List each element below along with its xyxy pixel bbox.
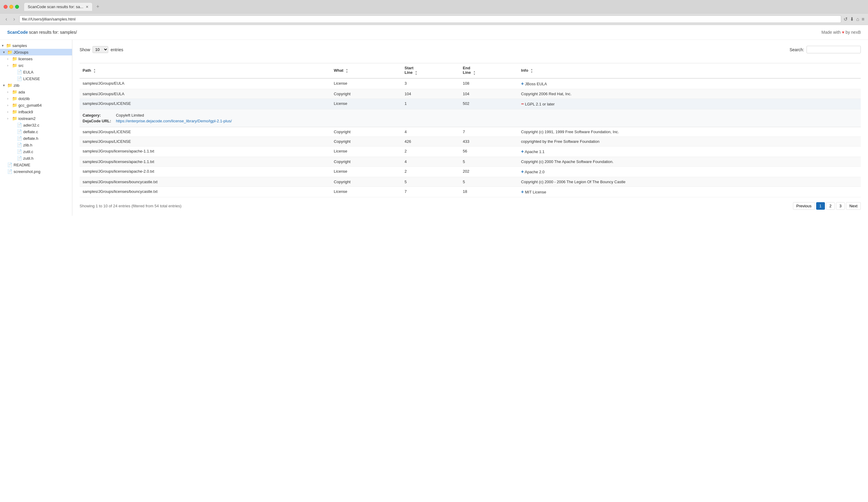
sort-arrows-what: ▲▼ — [346, 68, 348, 74]
category-label: Category: — [83, 113, 111, 117]
cell-path: samples/JGroups/licenses/apache-2.0.txt — [80, 167, 331, 177]
sidebar-item-samples[interactable]: ▼ 📁 samples — [0, 42, 72, 49]
file-icon: 📄 — [17, 156, 22, 160]
file-icon: 📄 — [17, 76, 22, 81]
minimize-button[interactable] — [9, 5, 13, 9]
folder-icon: 📁 — [12, 96, 17, 101]
close-button[interactable] — [3, 5, 8, 9]
cell-path: samples/JGroups/LICENSE — [80, 137, 331, 146]
page-3-button[interactable]: 3 — [836, 202, 845, 210]
cell-what: Copyright — [331, 157, 402, 167]
cell-what: License — [331, 99, 402, 109]
col-end-line[interactable]: EndLine ▲▼ — [460, 63, 518, 79]
browser-tab[interactable]: ScanCode scan results for: sa... ✕ — [24, 2, 93, 11]
tree-label: gcc_gvmat64 — [18, 103, 42, 107]
sidebar-item-deflatec[interactable]: 📄 deflate.c — [0, 128, 72, 135]
menu-icon[interactable]: ≡ — [862, 17, 865, 22]
collapse-button[interactable]: − — [521, 101, 524, 106]
tree-label: README — [13, 163, 30, 167]
tab-close-button[interactable]: ✕ — [85, 5, 89, 9]
table-row: samples/JGroups/licenses/apache-2.0.txt … — [80, 167, 861, 177]
sidebar-item-zlibh[interactable]: 📄 zlib.h — [0, 142, 72, 148]
forward-button[interactable]: › — [11, 15, 17, 23]
sidebar-item-jgroups[interactable]: ▼ 📁 JGroups — [0, 49, 72, 55]
cell-info: + Apache 1.1 — [518, 146, 861, 157]
expand-button[interactable]: + — [521, 149, 524, 154]
page-1-button[interactable]: 1 — [816, 202, 825, 210]
folder-icon: 📁 — [12, 90, 17, 94]
folder-icon: 📁 — [6, 43, 11, 48]
folder-icon: 📁 — [12, 116, 17, 121]
folder-icon: 📁 — [12, 109, 17, 114]
sidebar-item-zlib[interactable]: ▼ 📁 zlib — [0, 82, 72, 88]
sidebar-item-ada[interactable]: › 📁 ada — [0, 88, 72, 95]
dejacode-url-link[interactable]: https://enterprise.dejacode.com/license_… — [116, 119, 858, 123]
heart-icon: ♥ — [842, 30, 844, 35]
previous-button[interactable]: Previous — [793, 202, 815, 210]
sidebar-item-adler32c[interactable]: 📄 adler32.c — [0, 122, 72, 128]
file-icon: 📄 — [17, 129, 22, 134]
sidebar-item-gcc-gvmat64[interactable]: › 📁 gcc_gvmat64 — [0, 102, 72, 108]
new-tab-button[interactable]: + — [96, 4, 100, 10]
cell-start-line: 4 — [402, 127, 459, 137]
entries-select[interactable]: 10 25 50 100 — [93, 46, 108, 53]
download-icon[interactable]: ⬇ — [850, 16, 854, 22]
sidebar-item-src[interactable]: › 📁 src — [0, 62, 72, 69]
tree-label: iostream2 — [18, 116, 35, 121]
cell-info: Copyright (c) 2000 The Apache Software F… — [518, 157, 861, 167]
cell-end-line: 5 — [460, 157, 518, 167]
sidebar-item-eula[interactable]: 📄 EULA — [0, 69, 72, 75]
next-button[interactable]: Next — [846, 202, 861, 210]
sidebar-item-deflateh[interactable]: 📄 deflate.h — [0, 135, 72, 142]
sidebar-item-readme[interactable]: 📄 README — [0, 161, 72, 168]
search-input[interactable] — [807, 46, 861, 53]
cell-what: Copyright — [331, 127, 402, 137]
browser-titlebar: ScanCode scan results for: sa... ✕ + — [0, 0, 868, 13]
tree-label: licenses — [18, 57, 32, 61]
tree-label: JGroups — [13, 50, 28, 54]
main-layout: ▼ 📁 samples ▼ 📁 JGroups › 📁 licenses › 📁… — [0, 40, 868, 216]
sidebar-item-infback9[interactable]: › 📁 infback9 — [0, 108, 72, 115]
tree-label: deflate.h — [23, 136, 38, 141]
file-icon: 📄 — [17, 149, 22, 154]
entries-label: entries — [111, 47, 123, 52]
tree-label: dotzlib — [18, 96, 30, 101]
cell-path: samples/JGroups/LICENSE — [80, 99, 331, 109]
page-2-button[interactable]: 2 — [826, 202, 835, 210]
table-row: samples/JGroups/licenses/bouncycastle.tx… — [80, 187, 861, 197]
col-path[interactable]: Path ▲▼ — [80, 63, 331, 79]
sidebar-item-screenshotpng[interactable]: 📄 screenshot.png — [0, 168, 72, 175]
sidebar-item-licenses[interactable]: › 📁 licenses — [0, 55, 72, 62]
maximize-button[interactable] — [15, 5, 19, 9]
expand-button[interactable]: + — [521, 169, 524, 174]
browser-chrome: ScanCode scan results for: sa... ✕ + ‹ ›… — [0, 0, 868, 25]
pagination-controls: Previous 1 2 3 Next — [793, 202, 861, 210]
back-button[interactable]: ‹ — [3, 15, 9, 23]
refresh-icon[interactable]: ↺ — [844, 16, 847, 22]
home-icon[interactable]: ⌂ — [856, 17, 859, 22]
sidebar-item-zutilc[interactable]: 📄 zutil.c — [0, 148, 72, 155]
detail-row: Category: Copyleft Limited DejaCode URL:… — [80, 109, 861, 127]
expand-button[interactable]: + — [521, 189, 524, 194]
folder-icon: 📁 — [12, 103, 17, 107]
page-title: ScanCode scan results for: samples/ — [7, 30, 77, 35]
col-info[interactable]: Info ▲▼ — [518, 63, 861, 79]
tree-label: src — [18, 63, 23, 68]
address-bar[interactable]: file:///Users/jillian/samples.html — [19, 15, 841, 23]
expand-button[interactable]: + — [521, 81, 524, 86]
file-icon: 📄 — [17, 123, 22, 127]
sidebar-item-dotzlib[interactable]: › 📁 dotzlib — [0, 95, 72, 102]
cell-info: Copyright 2006 Red Hat, Inc. — [518, 89, 861, 99]
sidebar-item-iostream2[interactable]: › 📁 iostream2 — [0, 115, 72, 122]
cell-end-line: 7 — [460, 127, 518, 137]
sort-arrows-path: ▲▼ — [93, 68, 96, 74]
sidebar-item-license[interactable]: 📄 LICENSE — [0, 75, 72, 82]
tab-title: ScanCode scan results for: sa... — [28, 4, 83, 9]
col-start-line[interactable]: StartLine ▲▼ — [402, 63, 459, 79]
cell-start-line: 3 — [402, 79, 459, 89]
col-what[interactable]: What ▲▼ — [331, 63, 402, 79]
table-row: samples/JGroups/LICENSE Copyright 426 43… — [80, 137, 861, 146]
sidebar-item-zutilh[interactable]: 📄 zutil.h — [0, 155, 72, 161]
cell-info: + Apache 2.0 — [518, 167, 861, 177]
cell-end-line: 5 — [460, 177, 518, 187]
